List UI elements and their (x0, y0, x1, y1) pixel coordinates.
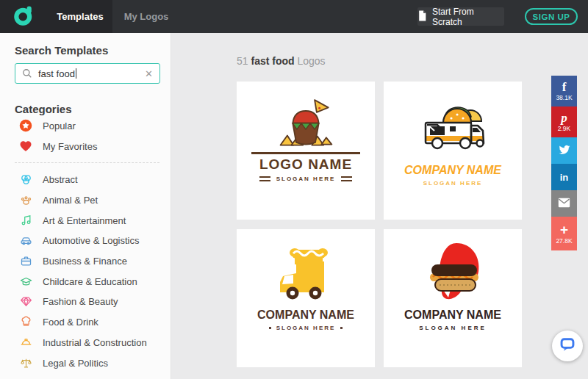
diamond-icon (19, 295, 32, 308)
logo-template-card[interactable]: COMPANY NAME SLOGAN HERE (237, 229, 375, 367)
sidebar-item-label: Childcare & Education (43, 276, 137, 287)
start-from-scratch-label: Start From Scratch (432, 7, 504, 27)
sidebar-item-label: Legal & Politics (43, 358, 108, 369)
logo-template-card[interactable]: COMPANY NAME SLOGAN HERE (384, 229, 522, 367)
share-count: 38.1K (556, 94, 572, 101)
sidebar-item-label: Food & Drink (43, 317, 98, 328)
logo-slogan: SLOGAN HERE (419, 325, 487, 331)
sidebar-item-my-favorites[interactable]: My Favorites (0, 136, 171, 156)
chat-bubble-icon (558, 335, 577, 357)
logo-slogan: SLOGAN HERE (423, 180, 483, 187)
share-email-button[interactable] (551, 190, 577, 217)
top-navbar: Templates My Logos Start From Scratch SI… (0, 0, 588, 33)
sidebar-divider (15, 162, 159, 163)
text-caret (76, 68, 77, 79)
sidebar-item-food-drink[interactable]: Food & Drink (0, 312, 171, 333)
results-panel: 51 fast food Logos LOGO NAME (171, 33, 588, 379)
sidebar-item-label: Abstract (43, 174, 78, 185)
logo-template-card[interactable]: LOGO NAME SLOGAN HERE (237, 82, 375, 220)
nachos-logo-art (261, 92, 351, 151)
sidebar-item-art-entertainment[interactable]: Art & Entertainment (0, 210, 171, 231)
plus-icon: + (560, 223, 568, 237)
search-input[interactable]: fast food ✕ (15, 63, 160, 84)
share-count: 27.8K (556, 237, 572, 245)
pinterest-icon: p (561, 112, 567, 124)
sidebar-item-abstract[interactable]: Abstract (0, 170, 171, 190)
logo-title: COMPANY NAME (404, 308, 501, 322)
logo-template-card[interactable]: COMPANY NAME SLOGAN HERE (384, 82, 522, 220)
title-rule (251, 152, 360, 154)
hard-hat-icon (19, 336, 32, 349)
briefcase-icon (19, 255, 32, 268)
brand-logo[interactable] (0, 0, 48, 33)
linkedin-icon: in (560, 173, 569, 182)
car-icon (19, 234, 32, 248)
search-input-value[interactable]: fast food (38, 68, 145, 79)
logo-title: COMPANY NAME (404, 164, 501, 177)
hotdog-hat-logo-art (411, 239, 495, 307)
sidebar-item-label: Industrial & Construction (43, 337, 147, 348)
scales-icon (19, 356, 32, 369)
abstract-icon (19, 173, 32, 187)
sidebar-item-label: Fashion & Beauty (43, 296, 118, 307)
share-twitter-button[interactable] (551, 137, 577, 164)
sidebar-item-childcare-education[interactable]: Childcare & Education (0, 271, 171, 292)
share-toolbar: f 38.1K p 2.9K in + 27.8K (551, 76, 577, 250)
start-from-scratch-button[interactable]: Start From Scratch (417, 7, 504, 26)
tab-my-logos-label: My Logos (124, 11, 169, 22)
sidebar-item-label: Art & Entertainment (43, 215, 126, 226)
sidebar-item-label: Automotive & Logistics (43, 235, 140, 246)
blank-page-icon (417, 10, 427, 24)
quick-links-list: Popular My Favorites (0, 115, 171, 156)
search-icon (22, 68, 32, 79)
tab-my-logos[interactable]: My Logos (112, 0, 180, 33)
brand-d-icon (12, 4, 36, 30)
share-count: 2.9K (558, 125, 571, 132)
sidebar: Search Templates fast food ✕ Categories … (0, 33, 171, 379)
categories-heading: Categories (15, 103, 72, 115)
logo-slogan: SLOGAN HERE (276, 325, 336, 331)
music-note-icon (19, 214, 32, 227)
share-more-button[interactable]: + 27.8K (551, 217, 577, 250)
paw-icon (19, 194, 32, 207)
double-bar-ornament (341, 176, 352, 181)
sidebar-item-label: Popular (43, 120, 76, 131)
dot-ornament (269, 327, 271, 329)
double-bar-ornament (259, 176, 270, 181)
tab-templates[interactable]: Templates (48, 0, 112, 33)
results-suffix: Logos (297, 55, 325, 67)
results-summary: 51 fast food Logos (237, 55, 326, 67)
sidebar-item-label: Business & Finance (43, 256, 127, 267)
facebook-icon: f (562, 81, 567, 93)
categories-list: Abstract Animal & Pet Art & Entertainmen… (0, 170, 171, 373)
clear-search-icon[interactable]: ✕ (145, 69, 153, 79)
logo-slogan: SLOGAN HERE (276, 176, 336, 182)
sidebar-item-label: My Favorites (43, 141, 97, 152)
sidebar-item-label: Animal & Pet (43, 195, 98, 206)
sidebar-item-animal-pet[interactable]: Animal & Pet (0, 190, 171, 211)
share-facebook-button[interactable]: f 38.1K (551, 76, 577, 107)
logo-slogan-row: SLOGAN HERE (269, 325, 343, 331)
sidebar-item-popular[interactable]: Popular (0, 115, 171, 136)
logo-title: LOGO NAME (259, 156, 352, 173)
chef-hat-icon (19, 316, 32, 329)
sidebar-item-industrial-construction[interactable]: Industrial & Construction (0, 333, 171, 353)
sign-up-button[interactable]: SIGN UP (525, 8, 578, 25)
live-chat-button[interactable] (552, 331, 583, 361)
results-query: fast food (251, 55, 294, 67)
share-pinterest-button[interactable]: p 2.9K (551, 107, 577, 137)
logo-slogan-row: SLOGAN HERE (259, 176, 353, 182)
dot-ornament (340, 327, 343, 329)
results-count: 51 (237, 55, 248, 67)
share-linkedin-button[interactable]: in (551, 164, 577, 190)
logo-title: COMPANY NAME (257, 308, 354, 322)
sidebar-item-legal-politics[interactable]: Legal & Politics (0, 353, 171, 373)
sign-up-label: SIGN UP (533, 12, 570, 21)
twitter-bird-icon (559, 144, 570, 158)
sidebar-item-business-finance[interactable]: Business & Finance (0, 251, 171, 272)
hotdog-truck-logo-art (264, 239, 348, 307)
taco-food-truck-logo-art (405, 92, 501, 161)
star-badge-icon (19, 119, 32, 132)
sidebar-item-automotive-logistics[interactable]: Automotive & Logistics (0, 231, 171, 251)
sidebar-item-fashion-beauty[interactable]: Fashion & Beauty (0, 292, 171, 312)
